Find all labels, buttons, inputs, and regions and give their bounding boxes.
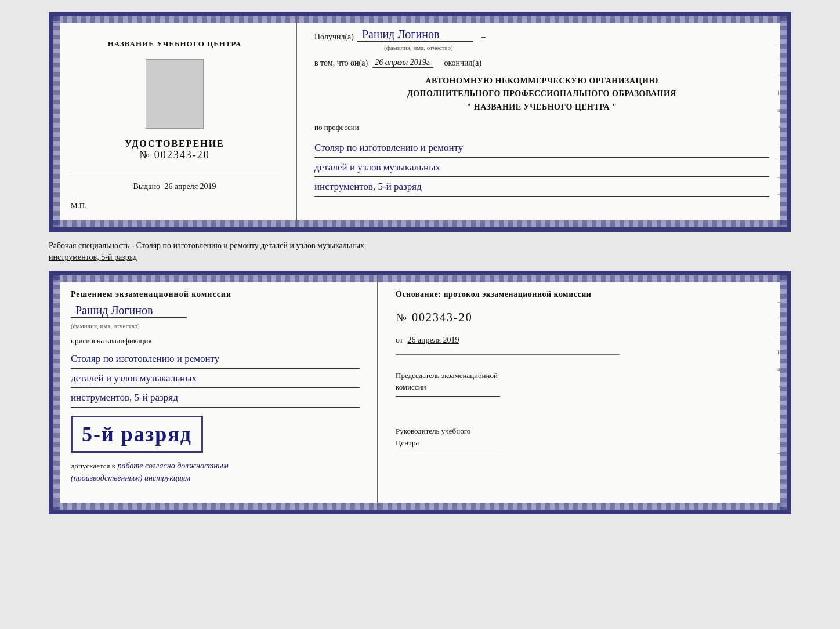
poluchil-line: Получил(а) Рашид Логинов –: [314, 28, 769, 42]
udostoverenie-title: УДОСТОВЕРЕНИЕ: [125, 139, 225, 149]
rukovoditel-label: Руководитель учебного Центра: [396, 426, 769, 448]
okoncil-label: окончил(а): [444, 59, 481, 68]
predsedatel-signature-line: [396, 396, 500, 397]
specialty-text-line2: инструментов, 5-й разряд: [49, 253, 137, 261]
org-line2: ДОПОЛНИТЕЛЬНОГО ПРОФЕССИОНАЛЬНОГО ОБРАЗО…: [314, 88, 769, 100]
document-container: НАЗВАНИЕ УЧЕБНОГО ЦЕНТРА УДОСТОВЕРЕНИЕ №…: [49, 12, 791, 514]
org-block: АВТОНОМНУЮ НЕКОММЕРЧЕСКУЮ ОРГАНИЗАЦИЮ ДО…: [314, 75, 769, 114]
specialty-text-line1: Рабочая специальность - Столяр по изгото…: [49, 241, 364, 250]
vydano-label: Выдано: [133, 182, 160, 191]
resheniem-title: Решением экзаменационной комиссии: [71, 290, 360, 299]
recipient-name-bottom-wrap: Рашид Логинов: [71, 304, 360, 318]
profession-line2-top: деталей и узлов музыкальных: [314, 159, 769, 177]
vydano-line: Выдано 26 апреля 2019: [133, 182, 216, 191]
ot-label: от: [396, 336, 403, 344]
protokol-number: № 002343-20: [396, 311, 769, 324]
mp-text: М.П.: [71, 201, 86, 210]
fio-subtitle-top: (фамилия, имя, отчество): [384, 44, 769, 51]
photo-placeholder: [146, 59, 204, 129]
profession-line3-bottom: инструментов, 5-й разряд: [71, 389, 360, 408]
vtom-line: в том, что он(а) 26 апреля 2019г. окончи…: [314, 58, 769, 68]
dopuskaetsya-text2: (производственным) инструкциям: [71, 474, 190, 482]
profession-block-bottom: Столяр по изготовлению и ремонту деталей…: [71, 350, 360, 409]
dopuskaetsya-label: допускается к: [71, 461, 115, 470]
certificate-number: № 002343-20: [125, 149, 225, 161]
big-rank-text: 5-й разряд: [82, 423, 192, 446]
profession-line1-bottom: Столяр по изготовлению и ремонту: [71, 350, 360, 369]
po-professii-label: по профессии: [314, 123, 769, 132]
osnov-label: Основание: протокол экзаменационной коми…: [396, 290, 769, 299]
right-side-notches: – – – И а ← – – – –: [777, 39, 783, 197]
ot-date: 26 апреля 2019: [407, 336, 459, 344]
recipient-name-bottom: Рашид Логинов: [71, 304, 187, 318]
recipient-name-top: Рашид Логинов: [357, 28, 473, 42]
rukovoditel-signature-line: [396, 452, 500, 452]
profession-line2-bottom: деталей и узлов музыкальных: [71, 370, 360, 388]
udostoverenie-block: УДОСТОВЕРЕНИЕ № 002343-20: [125, 139, 225, 161]
top-cert-right-panel: Получил(а) Рашид Логинов – (фамилия, имя…: [297, 16, 787, 227]
fio-subtitle-bottom: (фамилия, имя, отчество): [71, 322, 360, 329]
specialty-text: Рабочая специальность - Столяр по изгото…: [49, 238, 791, 265]
vtom-date: 26 апреля 2019г.: [372, 58, 433, 68]
prisvoena-label: присвоена квалификация: [71, 336, 360, 346]
bottom-cert-right-panel: Основание: протокол экзаменационной коми…: [378, 275, 787, 510]
predsedatel-label: Председатель экзаменационной комиссии: [396, 370, 769, 392]
top-cert-left-panel: НАЗВАНИЕ УЧЕБНОГО ЦЕНТРА УДОСТОВЕРЕНИЕ №…: [53, 16, 297, 227]
right-side-notches-bottom: – – – И а ← – – – –: [777, 299, 783, 456]
big-rank-box: 5-й разряд: [71, 416, 203, 453]
bottom-cert-left-panel: Решением экзаменационной комиссии Рашид …: [53, 275, 378, 510]
org-line3: " НАЗВАНИЕ УЧЕБНОГО ЦЕНТРА ": [314, 101, 769, 114]
bottom-certificate: Решением экзаменационной комиссии Рашид …: [49, 271, 791, 514]
vtom-label: в том, что он(а): [314, 59, 368, 68]
dopuskaetsya-line: допускается к работе согласно должностны…: [71, 460, 360, 484]
top-cert-center-title: НАЗВАНИЕ УЧЕБНОГО ЦЕНТРА: [108, 39, 242, 49]
org-line1: АВТОНОМНУЮ НЕКОММЕРЧЕСКУЮ ОРГАНИЗАЦИЮ: [314, 75, 769, 88]
predsedatel-block: Председатель экзаменационной комиссии: [396, 370, 769, 400]
dopuskaetsya-text: работе согласно должностным: [117, 461, 228, 470]
vydano-date: 26 апреля 2019: [164, 182, 216, 191]
rukovoditel-block: Руководитель учебного Центра: [396, 416, 769, 456]
top-certificate: НАЗВАНИЕ УЧЕБНОГО ЦЕНТРА УДОСТОВЕРЕНИЕ №…: [49, 12, 791, 232]
profession-block-top: Столяр по изготовлению и ремонту деталей…: [314, 139, 769, 198]
profession-line3-top: инструментов, 5-й разряд: [314, 178, 769, 197]
dash-top: –: [481, 32, 486, 42]
ot-date-line: от 26 апреля 2019: [396, 336, 769, 345]
profession-line1-top: Столяр по изготовлению и ремонту: [314, 139, 769, 158]
poluchil-label: Получил(а): [314, 32, 354, 42]
